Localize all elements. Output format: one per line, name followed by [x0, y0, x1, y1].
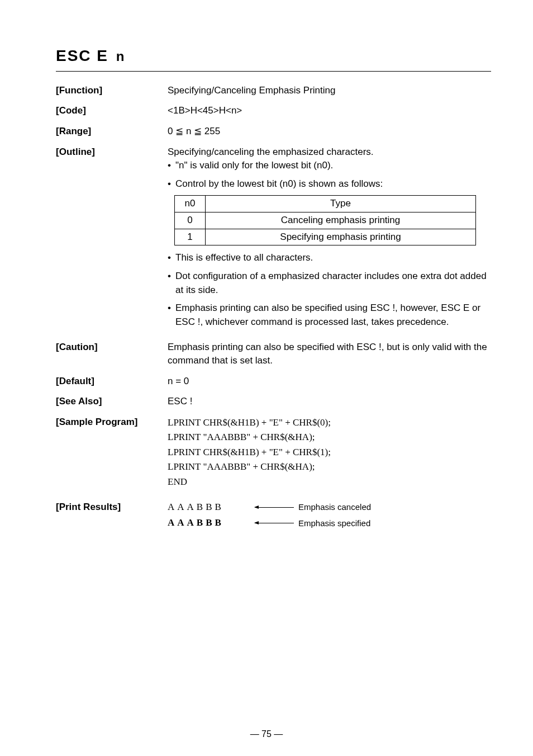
table-cell: 1 [175, 229, 206, 245]
outline-bullet2-row: • Control by the lowest bit (n0) is show… [168, 177, 491, 191]
table-cell: Specifying emphasis printing [206, 229, 476, 245]
range-label: [Range] [56, 125, 168, 139]
title-sub: n [116, 49, 126, 64]
range-n: n [183, 126, 194, 136]
print-results-row: [Print Results] AAABBB Emphasis canceled… [56, 500, 491, 532]
bullet-dot: • [168, 301, 175, 315]
sample-label: [Sample Program] [56, 415, 168, 429]
sample-value: LPRINT CHR$(&H1B) + "E" + CHR$(0); LPRIN… [168, 415, 491, 489]
table-cell: Canceling emphasis printing [206, 212, 476, 229]
default-label: [Default] [56, 375, 168, 389]
command-title: ESC E n [56, 45, 491, 68]
print-desc: Emphasis specified [298, 517, 370, 530]
sample-line: LPRINT CHR$(&H1B) + "E" + CHR$(1); [168, 445, 491, 460]
outline-row: [Outline] Specifying/canceling the empha… [56, 145, 491, 334]
bullet-dot: • [168, 177, 175, 191]
default-value: n = 0 [168, 375, 491, 389]
arrow-left-icon [255, 523, 294, 523]
code-value: <1B>H<45>H<n> [168, 104, 491, 118]
range-row: [Range] 0 ≦ n ≦ 255 [56, 125, 491, 139]
table-cell: 0 [175, 212, 206, 229]
sample-line: LPRINT "AAABBB" + CHR$(&HA); [168, 430, 491, 445]
title-divider [56, 71, 491, 72]
function-label: [Function] [56, 84, 168, 98]
title-main: ESC E [56, 47, 108, 64]
outline-label: [Outline] [56, 145, 168, 159]
print-results-label: [Print Results] [56, 500, 168, 514]
bullet-dot: • [168, 251, 175, 265]
bullet-dot: • [168, 270, 175, 284]
sample-line: LPRINT CHR$(&H1B) + "E" + CHR$(0); [168, 415, 491, 430]
default-row: [Default] n = 0 [56, 375, 491, 389]
outline-bullet3: This is effective to all characters. [175, 251, 491, 265]
outline-bullet5: Emphasis printing can also be specified … [175, 301, 491, 329]
caution-value: Emphasis printing can also be specified … [168, 341, 491, 368]
sample-line: LPRINT "AAABBB" + CHR$(&HA); [168, 460, 491, 474]
print-sample-normal: AAABBB [168, 500, 251, 514]
control-table: n0 Type 0 Canceling emphasis printing 1 … [174, 195, 476, 245]
see-also-row: [See Also] ESC ! [56, 395, 491, 409]
range-lte1: ≦ [175, 126, 183, 136]
range-post: 255 [202, 126, 220, 136]
caution-label: [Caution] [56, 341, 168, 355]
print-desc: Emphasis canceled [298, 501, 371, 513]
range-value: 0 ≦ n ≦ 255 [168, 125, 491, 139]
print-result-line: AAABBB Emphasis specified [168, 516, 491, 530]
bullet-dot: • [168, 159, 175, 173]
outline-bullet3-row: • This is effective to all characters. [168, 251, 491, 265]
table-row: 1 Specifying emphasis printing [175, 229, 476, 245]
see-also-value: ESC ! [168, 395, 491, 409]
outline-bullet4-row: • Dot configuration of a emphasized char… [168, 270, 491, 297]
see-also-label: [See Also] [56, 395, 168, 409]
arrow-left-icon [255, 507, 294, 508]
outline-bullet1: "n" is valid only for the lowest bit (n0… [175, 159, 491, 173]
table-row: 0 Canceling emphasis printing [175, 212, 476, 229]
print-result-line: AAABBB Emphasis canceled [168, 500, 491, 514]
outline-line1: Specifying/canceling the emphasized char… [168, 145, 491, 159]
outline-bullet4: Dot configuration of a emphasized charac… [175, 270, 491, 297]
sample-row: [Sample Program] LPRINT CHR$(&H1B) + "E"… [56, 415, 491, 489]
range-pre: 0 [168, 126, 175, 136]
function-row: [Function] Specifying/Canceling Emphasis… [56, 84, 491, 98]
outline-value: Specifying/canceling the emphasized char… [168, 145, 491, 334]
print-sample-bold: AAABBB [168, 516, 251, 530]
table-header-row: n0 Type [175, 196, 476, 212]
function-value: Specifying/Canceling Emphasis Printing [168, 84, 491, 98]
code-label: [Code] [56, 104, 168, 118]
table-header-n0: n0 [175, 196, 206, 212]
caution-row: [Caution] Emphasis printing can also be … [56, 341, 491, 368]
outline-bullet2: Control by the lowest bit (n0) is shown … [175, 177, 491, 191]
outline-bullet1-row: • "n" is valid only for the lowest bit (… [168, 159, 491, 173]
page-number: — 75 — [0, 727, 533, 740]
sample-line: END [168, 475, 491, 489]
outline-bullet5-row: • Emphasis printing can also be specifie… [168, 301, 491, 329]
code-row: [Code] <1B>H<45>H<n> [56, 104, 491, 118]
range-lte2: ≦ [194, 126, 202, 136]
print-results-value: AAABBB Emphasis canceled AAABBB Emphasis… [168, 500, 491, 532]
table-header-type: Type [206, 196, 476, 212]
